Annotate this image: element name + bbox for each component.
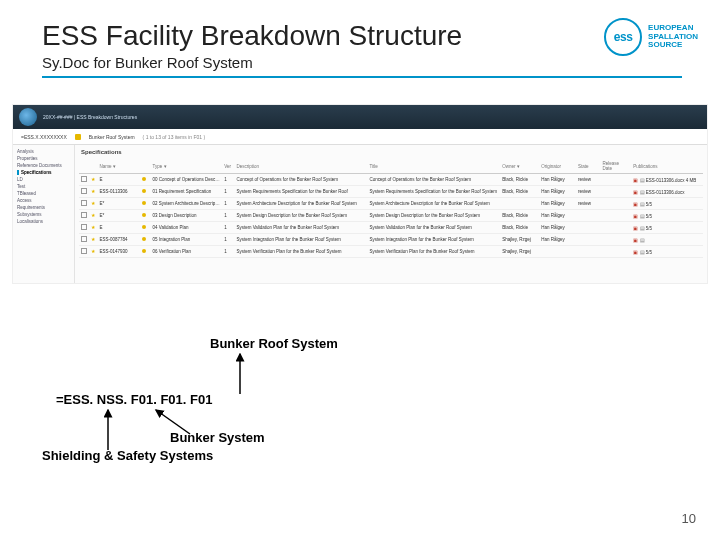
column-header[interactable]: Type ▾	[151, 159, 223, 174]
doc-originator: Han Rålgey	[539, 174, 576, 186]
table-row[interactable]: ★ESS-014793006 Verification Plan1System …	[79, 246, 703, 258]
checkbox-icon[interactable]	[81, 212, 87, 218]
doc-state: review	[576, 186, 601, 198]
pdf-icon: ▣	[633, 177, 638, 183]
doc-publications[interactable]: ▣ ▤	[631, 234, 703, 246]
dot-icon	[142, 237, 146, 241]
dot-icon	[142, 249, 146, 253]
sidebar-item[interactable]: Requirements	[17, 205, 70, 210]
globe-icon	[19, 108, 37, 126]
doc-release-date	[601, 198, 632, 210]
dot-icon	[142, 201, 146, 205]
doc-title: System Architecture Description for the …	[367, 198, 500, 210]
sidebar-item[interactable]: TBleased	[17, 191, 70, 196]
table-row[interactable]: ★E*03 Design Description1System Design D…	[79, 210, 703, 222]
doc-release-date	[601, 222, 632, 234]
column-header[interactable]: Name ▾	[97, 159, 140, 174]
pdf-icon: ▣	[633, 213, 638, 219]
table-row[interactable]: ★E00 Concept of Operations Description1C…	[79, 174, 703, 186]
sydoc-screenshot: 20XX-##-### | ESS Breakdown Structures =…	[12, 104, 708, 284]
table-row[interactable]: ★ESS-011330601 Requirement Specification…	[79, 186, 703, 198]
doc-publications[interactable]: ▣ ▤ 5/5	[631, 222, 703, 234]
sidebar-item[interactable]: Analysis	[17, 149, 70, 154]
doc-owner: Black, Rickie	[500, 210, 539, 222]
table-row[interactable]: ★E04 Validation Plan1System Validation P…	[79, 222, 703, 234]
doc-name[interactable]: ESS-0147930	[97, 246, 140, 258]
sidebar-item[interactable]: LD	[17, 177, 70, 182]
doc-owner: Black, Rickie	[500, 174, 539, 186]
doc-name[interactable]: ESS-0087784	[97, 234, 140, 246]
node-label: Bunker Roof System	[89, 134, 135, 140]
checkbox-icon[interactable]	[81, 188, 87, 194]
doc-name[interactable]: E*	[97, 210, 140, 222]
sidebar-item[interactable]: Specifications	[17, 170, 70, 175]
doc-release-date	[601, 246, 632, 258]
pdf-icon: ▣	[633, 237, 638, 243]
doc-description: System Requirements Specification for th…	[234, 186, 367, 198]
checkbox-icon[interactable]	[81, 200, 87, 206]
column-header[interactable]: Owner ▾	[500, 159, 539, 174]
sidebar-item[interactable]: Test	[17, 184, 70, 189]
pdf-icon: ▣	[633, 249, 638, 255]
column-header[interactable]: Ver	[222, 159, 234, 174]
header-rule	[42, 76, 682, 78]
star-icon: ★	[91, 177, 95, 182]
doc-publications[interactable]: ▣ ▤ 5/5	[631, 246, 703, 258]
annotation-shielding: Shielding & Safety Systems	[42, 448, 213, 463]
page-subtitle: Sy.Doc for Bunker Roof System	[42, 54, 700, 71]
page-title: ESS Facility Breakdown Structure	[42, 20, 700, 52]
sidebar-item[interactable]: Properties	[17, 156, 70, 161]
doc-description: Concept of Operations for the Bunker Roo…	[234, 174, 367, 186]
doc-version: 1	[222, 198, 234, 210]
doc-type: 03 Design Description	[151, 210, 223, 222]
checkbox-icon[interactable]	[81, 248, 87, 254]
doc-publications[interactable]: ▣ ▤ 5/5	[631, 210, 703, 222]
annotation-bunker-roof: Bunker Roof System	[210, 336, 338, 351]
doc-publications[interactable]: ▣ ▤ ESS-0113306.docx 4 MB	[631, 174, 703, 186]
doc-name[interactable]: E*	[97, 198, 140, 210]
column-header[interactable]: Originator	[539, 159, 576, 174]
doc-publications[interactable]: ▣ ▤ ESS-0113306.docx	[631, 186, 703, 198]
folder-icon	[75, 134, 81, 140]
doc-description: System Verification Plan for the Bunker …	[234, 246, 367, 258]
doc-owner: Black, Rickie	[500, 222, 539, 234]
ess-logo-mark: ess	[604, 18, 642, 56]
column-header[interactable]	[79, 159, 89, 174]
column-header[interactable]: Description	[234, 159, 367, 174]
doc-originator	[539, 246, 576, 258]
doc-state	[576, 222, 601, 234]
column-header[interactable]: Title	[367, 159, 500, 174]
doc-name[interactable]: E	[97, 174, 140, 186]
column-header[interactable]: Publications	[631, 159, 703, 174]
star-icon: ★	[91, 225, 95, 230]
file-icon: ▤	[640, 201, 645, 207]
doc-type: 06 Verification Plan	[151, 246, 223, 258]
doc-name[interactable]: ESS-0113306	[97, 186, 140, 198]
doc-originator: Han Rålgey	[539, 198, 576, 210]
doc-owner: Shajley, Rzgej	[500, 234, 539, 246]
file-icon: ▤	[640, 225, 645, 231]
table-row[interactable]: ★E*02 System Architecture Description1Sy…	[79, 198, 703, 210]
doc-name[interactable]: E	[97, 222, 140, 234]
column-header[interactable]: Release Date	[601, 159, 632, 174]
column-header[interactable]	[89, 159, 97, 174]
doc-publications[interactable]: ▣ ▤ 5/5	[631, 198, 703, 210]
checkbox-icon[interactable]	[81, 176, 87, 182]
column-header[interactable]	[140, 159, 150, 174]
doc-title: System Requirements Specification for th…	[367, 186, 500, 198]
doc-owner: Black, Rickie	[500, 186, 539, 198]
doc-version: 1	[222, 234, 234, 246]
sidebar-item[interactable]: Subsystems	[17, 212, 70, 217]
table-row[interactable]: ★ESS-008778405 Integration Plan1System I…	[79, 234, 703, 246]
sidebar: AnalysisPropertiesReference DocumentsSpe…	[13, 145, 75, 283]
sidebar-item[interactable]: Access	[17, 198, 70, 203]
arrow-shielding	[100, 406, 120, 450]
checkbox-icon[interactable]	[81, 236, 87, 242]
doc-type: 05 Integration Plan	[151, 234, 223, 246]
checkbox-icon[interactable]	[81, 224, 87, 230]
sidebar-item[interactable]: Localisations	[17, 219, 70, 224]
file-icon: ▤	[640, 249, 645, 255]
sidebar-item[interactable]: Reference Documents	[17, 163, 70, 168]
column-header[interactable]: State	[576, 159, 601, 174]
arrow-bunker-roof	[230, 350, 270, 394]
